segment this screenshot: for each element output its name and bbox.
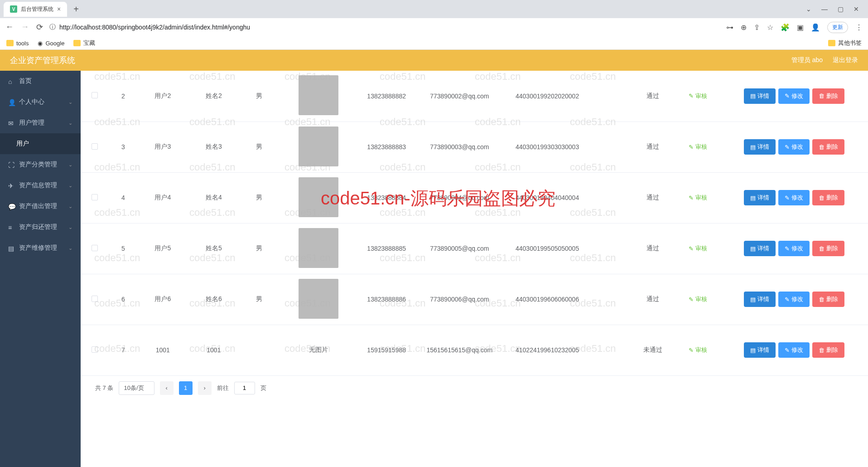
update-button[interactable]: 更新 bbox=[827, 22, 848, 33]
row-checkbox[interactable] bbox=[92, 346, 98, 353]
forward-icon[interactable]: → bbox=[21, 22, 29, 32]
audit-button[interactable]: ✎审核 bbox=[678, 143, 718, 151]
sidebar-item-asset-info[interactable]: ✈资产信息管理⌄ bbox=[0, 175, 81, 196]
url-text[interactable]: http://localhost:8080/springboot4j9k2/ad… bbox=[59, 24, 250, 31]
row-checkbox[interactable] bbox=[92, 245, 98, 251]
delete-button[interactable]: 🗑删除 bbox=[812, 190, 844, 205]
trash-icon: 🗑 bbox=[819, 245, 825, 252]
password-icon[interactable]: ⊶ bbox=[726, 23, 733, 32]
sidebar-item-user[interactable]: 用户 bbox=[0, 133, 81, 154]
sidebar-item-asset-borrow[interactable]: 💬资产借出管理⌄ bbox=[0, 196, 81, 217]
page-size-select[interactable]: 10条/页 bbox=[119, 381, 154, 395]
audit-button[interactable]: ✎审核 bbox=[678, 244, 718, 253]
delete-button[interactable]: 🗑删除 bbox=[812, 292, 844, 307]
reload-icon[interactable]: ⟳ bbox=[36, 22, 43, 32]
sidebar-item-asset-repair[interactable]: ▤资产维修管理⌄ bbox=[0, 238, 81, 258]
page-1-button[interactable]: 1 bbox=[179, 381, 193, 395]
info-icon[interactable]: ⓘ bbox=[49, 23, 56, 31]
minimize-icon[interactable]: — bbox=[821, 5, 828, 13]
detail-button[interactable]: ▤详情 bbox=[744, 190, 776, 205]
delete-button[interactable]: 🗑删除 bbox=[812, 88, 844, 104]
folder-icon bbox=[6, 40, 14, 46]
edit-icon: ✎ bbox=[689, 92, 694, 99]
maximize-icon[interactable]: ▢ bbox=[838, 5, 844, 13]
chevron-down-icon: ⌄ bbox=[68, 120, 72, 126]
logout-button[interactable]: 退出登录 bbox=[833, 56, 858, 64]
bookmark-tools[interactable]: tools bbox=[6, 40, 29, 47]
window-controls: ⌄ — ▢ ✕ bbox=[806, 5, 864, 13]
avatar-image bbox=[299, 177, 338, 217]
list-icon: ▤ bbox=[750, 92, 756, 99]
zoom-icon[interactable]: ⊕ bbox=[741, 23, 747, 32]
row-checkbox[interactable] bbox=[92, 296, 98, 302]
detail-button[interactable]: ▤详情 bbox=[744, 139, 776, 155]
browser-tab[interactable]: V 后台管理系统 × bbox=[4, 2, 67, 17]
list-icon: ▤ bbox=[750, 347, 756, 354]
bookmark-other[interactable]: 其他书签 bbox=[828, 39, 862, 47]
detail-button[interactable]: ▤详情 bbox=[744, 241, 776, 256]
share-icon[interactable]: ⇪ bbox=[754, 23, 760, 32]
close-window-icon[interactable]: ✕ bbox=[854, 5, 859, 13]
trash-icon: 🗑 bbox=[819, 296, 825, 303]
edit-icon: ✎ bbox=[689, 245, 694, 252]
admin-label[interactable]: 管理员 abo bbox=[791, 56, 823, 64]
address-bar: ← → ⟳ ⓘ http://localhost:8080/springboot… bbox=[0, 18, 868, 36]
close-icon[interactable]: × bbox=[57, 5, 61, 13]
bookmark-google[interactable]: ◉Google bbox=[38, 40, 64, 47]
sidebar-item-personal[interactable]: 👤个人中心⌄ bbox=[0, 92, 81, 112]
edit-icon: ✎ bbox=[689, 347, 694, 354]
bookmark-treasure[interactable]: 宝藏 bbox=[73, 39, 95, 47]
avatar-image bbox=[299, 228, 338, 268]
audit-button[interactable]: ✎审核 bbox=[678, 346, 718, 354]
goto-page-input[interactable] bbox=[234, 382, 255, 394]
audit-button[interactable]: ✎审核 bbox=[678, 295, 718, 303]
sidebar-item-home[interactable]: ⌂首页 bbox=[0, 71, 81, 92]
edit-button[interactable]: ✎修改 bbox=[778, 88, 810, 104]
sidebar-item-asset-category[interactable]: ⛶资产分类管理⌄ bbox=[0, 154, 81, 175]
table-row: 2用户2姓名2男13823888882773890002@qq.com44030… bbox=[81, 71, 868, 122]
edit-icon: ✎ bbox=[689, 195, 694, 201]
edit-button[interactable]: ✎修改 bbox=[778, 241, 810, 256]
book-icon: ▤ bbox=[8, 245, 14, 251]
no-image-text: 无图片 bbox=[309, 346, 328, 353]
delete-button[interactable]: 🗑删除 bbox=[812, 241, 844, 256]
delete-button[interactable]: 🗑删除 bbox=[812, 139, 844, 155]
detail-button[interactable]: ▤详情 bbox=[744, 88, 776, 104]
user-table: 2用户2姓名2男13823888882773890002@qq.com44030… bbox=[81, 71, 868, 376]
detail-button[interactable]: ▤详情 bbox=[744, 292, 776, 307]
sidebar: ⌂首页 👤个人中心⌄ ✉用户管理⌄ 用户 ⛶资产分类管理⌄ ✈资产信息管理⌄ 💬… bbox=[0, 71, 81, 467]
menu-icon[interactable]: ⋮ bbox=[855, 23, 863, 32]
extensions-icon[interactable]: 🧩 bbox=[781, 23, 790, 32]
edit-icon: ✎ bbox=[689, 296, 694, 303]
row-checkbox[interactable] bbox=[92, 143, 98, 150]
row-checkbox[interactable] bbox=[92, 92, 98, 98]
trash-icon: 🗑 bbox=[819, 195, 825, 201]
new-tab-button[interactable]: + bbox=[73, 4, 79, 15]
sidebar-item-user-mgmt[interactable]: ✉用户管理⌄ bbox=[0, 112, 81, 133]
star-icon[interactable]: ☆ bbox=[767, 23, 773, 32]
list-icon: ▤ bbox=[750, 296, 756, 303]
edit-icon: ✎ bbox=[689, 144, 694, 151]
back-icon[interactable]: ← bbox=[5, 22, 14, 32]
edit-button[interactable]: ✎修改 bbox=[778, 190, 810, 205]
audit-button[interactable]: ✎审核 bbox=[678, 92, 718, 100]
row-checkbox[interactable] bbox=[92, 194, 98, 200]
profile-icon[interactable]: 👤 bbox=[811, 23, 820, 32]
sidebar-item-asset-return[interactable]: ≡资产归还管理⌄ bbox=[0, 217, 81, 238]
detail-button[interactable]: ▤详情 bbox=[744, 342, 776, 358]
edit-button[interactable]: ✎修改 bbox=[778, 342, 810, 358]
reading-icon[interactable]: ▣ bbox=[797, 23, 804, 32]
edit-button[interactable]: ✎修改 bbox=[778, 139, 810, 155]
delete-button[interactable]: 🗑删除 bbox=[812, 342, 844, 358]
content-area: 2用户2姓名2男13823888882773890002@qq.com44030… bbox=[81, 71, 868, 467]
edit-button[interactable]: ✎修改 bbox=[778, 292, 810, 307]
next-page-button[interactable]: › bbox=[198, 381, 212, 395]
chevron-down-icon[interactable]: ⌄ bbox=[806, 5, 811, 13]
trash-icon: 🗑 bbox=[819, 92, 825, 99]
prev-page-button[interactable]: ‹ bbox=[160, 381, 174, 395]
audit-button[interactable]: ✎审核 bbox=[678, 194, 718, 202]
table-row: 3用户3姓名3男13823888883773890003@qq.com44030… bbox=[81, 122, 868, 172]
folder-icon bbox=[73, 40, 81, 46]
goto-prefix: 前往 bbox=[217, 384, 229, 392]
avatar-image bbox=[299, 126, 338, 166]
